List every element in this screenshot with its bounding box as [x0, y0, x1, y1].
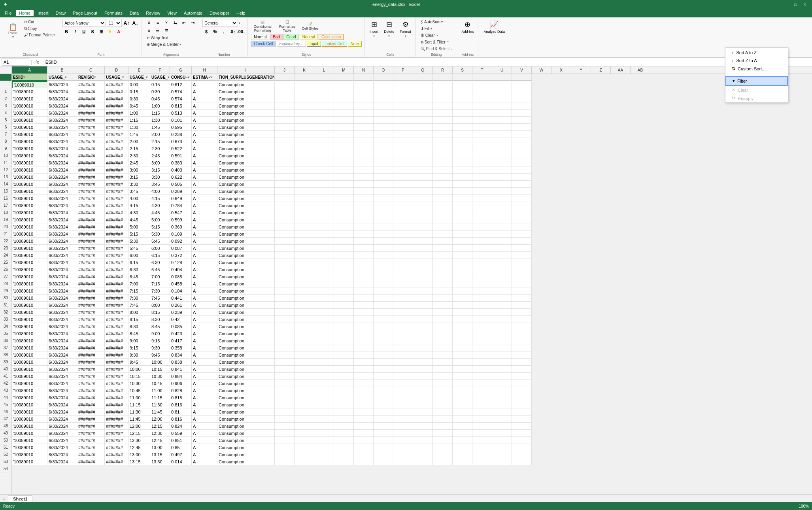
empty-cell[interactable]: [492, 437, 512, 444]
empty-cell[interactable]: [314, 266, 334, 273]
grid-cell[interactable]: 6:45: [128, 273, 150, 280]
header-cell-16[interactable]: [413, 74, 433, 81]
empty-cell[interactable]: [295, 110, 314, 117]
grid-cell[interactable]: '10089010: [12, 344, 47, 351]
empty-cell[interactable]: [472, 216, 492, 223]
grid-cell[interactable]: '10089010: [12, 102, 47, 110]
addins-button[interactable]: ⊕ Add-Ins: [459, 19, 476, 35]
empty-cell[interactable]: [295, 259, 314, 266]
empty-cell[interactable]: [413, 88, 433, 95]
empty-cell[interactable]: [453, 174, 472, 181]
underline-button[interactable]: U: [80, 28, 88, 36]
font-color-button[interactable]: A: [115, 28, 123, 36]
empty-cell[interactable]: [354, 387, 374, 394]
empty-cell[interactable]: [354, 195, 374, 202]
empty-cell[interactable]: [453, 102, 472, 110]
empty-cell[interactable]: [314, 380, 334, 387]
empty-cell[interactable]: [512, 124, 532, 131]
empty-cell[interactable]: [334, 81, 354, 88]
row-num-6[interactable]: 6: [0, 124, 11, 131]
empty-cell[interactable]: [433, 266, 453, 273]
empty-cell[interactable]: [314, 188, 334, 195]
empty-cell[interactable]: [413, 323, 433, 330]
grid-cell[interactable]: 0.358: [170, 344, 192, 351]
grid-cell[interactable]: 12:00: [150, 416, 170, 423]
empty-cell[interactable]: [295, 323, 314, 330]
grid-cell[interactable]: #######: [77, 88, 105, 95]
empty-cell[interactable]: [314, 451, 334, 458]
grid-cell[interactable]: #######: [105, 394, 128, 401]
delete-button[interactable]: ⊟ Delete ▾: [382, 19, 396, 39]
row-num-9[interactable]: 9: [0, 145, 11, 152]
empty-cell[interactable]: [374, 216, 393, 223]
empty-cell[interactable]: [275, 110, 295, 117]
row-num-39[interactable]: 39: [0, 359, 11, 366]
row-num-49[interactable]: 49: [0, 430, 11, 437]
empty-cell[interactable]: [453, 124, 472, 131]
header-cell-20[interactable]: [492, 74, 512, 81]
grid-cell[interactable]: #######: [77, 366, 105, 373]
header-cell-4[interactable]: USAGE_ ▾: [128, 74, 150, 81]
empty-cell[interactable]: [334, 373, 354, 380]
empty-cell[interactable]: [472, 152, 492, 159]
empty-cell[interactable]: [413, 145, 433, 152]
empty-cell[interactable]: [492, 202, 512, 209]
empty-cell[interactable]: [275, 323, 295, 330]
empty-cell[interactable]: [433, 416, 453, 423]
grid-cell[interactable]: 2:45: [150, 152, 170, 159]
grid-cell[interactable]: 0:00: [128, 81, 150, 88]
grid-cell[interactable]: #######: [105, 302, 128, 309]
empty-cell[interactable]: [354, 159, 374, 166]
row-num-15[interactable]: 15: [0, 188, 11, 195]
empty-cell[interactable]: [413, 252, 433, 259]
grid-cell[interactable]: #######: [77, 152, 105, 159]
grid-cell[interactable]: 6/30/2024: [47, 117, 77, 124]
grid-cell[interactable]: #######: [77, 230, 105, 238]
empty-cell[interactable]: [334, 181, 354, 188]
empty-cell[interactable]: [453, 131, 472, 138]
empty-cell[interactable]: [512, 287, 532, 295]
row-num-7[interactable]: 7: [0, 131, 11, 138]
empty-cell[interactable]: [295, 380, 314, 387]
grid-cell[interactable]: Consumption: [217, 88, 275, 95]
grid-cell[interactable]: '10089010: [12, 131, 47, 138]
empty-cell[interactable]: [512, 88, 532, 95]
empty-cell[interactable]: [393, 138, 413, 145]
empty-cell[interactable]: [433, 387, 453, 394]
empty-cell[interactable]: [314, 430, 334, 437]
grid-cell[interactable]: Consumption: [217, 174, 275, 181]
empty-cell[interactable]: [275, 245, 295, 252]
empty-cell[interactable]: [472, 451, 492, 458]
empty-cell[interactable]: [334, 110, 354, 117]
empty-cell[interactable]: [433, 302, 453, 309]
header-cell-18[interactable]: [453, 74, 472, 81]
empty-cell[interactable]: [374, 230, 393, 238]
empty-cell[interactable]: [374, 302, 393, 309]
grid-cell[interactable]: A: [192, 252, 217, 259]
grid-cell[interactable]: 10:30: [150, 373, 170, 380]
empty-cell[interactable]: [314, 152, 334, 159]
empty-cell[interactable]: [413, 102, 433, 110]
percent-button[interactable]: %: [211, 28, 219, 36]
empty-cell[interactable]: [453, 344, 472, 351]
grid-cell[interactable]: A: [192, 430, 217, 437]
empty-cell[interactable]: [314, 287, 334, 295]
grid-cell[interactable]: 6:00: [128, 252, 150, 259]
grid-cell[interactable]: #######: [77, 273, 105, 280]
empty-cell[interactable]: [512, 295, 532, 302]
empty-cell[interactable]: [492, 138, 512, 145]
empty-cell[interactable]: [354, 81, 374, 88]
grid-cell[interactable]: Consumption: [217, 423, 275, 430]
empty-cell[interactable]: [413, 280, 433, 287]
grid-cell[interactable]: 6:15: [150, 252, 170, 259]
grid-cell[interactable]: 0:30: [128, 95, 150, 102]
empty-cell[interactable]: [354, 252, 374, 259]
empty-cell[interactable]: [334, 216, 354, 223]
grid-cell[interactable]: A: [192, 230, 217, 238]
empty-cell[interactable]: [512, 131, 532, 138]
empty-cell[interactable]: [433, 131, 453, 138]
grid-cell[interactable]: Consumption: [217, 252, 275, 259]
grid-cell[interactable]: #######: [105, 316, 128, 323]
grid-cell[interactable]: 6/30/2024: [47, 344, 77, 351]
grid-cell[interactable]: 6/30/2024: [47, 202, 77, 209]
